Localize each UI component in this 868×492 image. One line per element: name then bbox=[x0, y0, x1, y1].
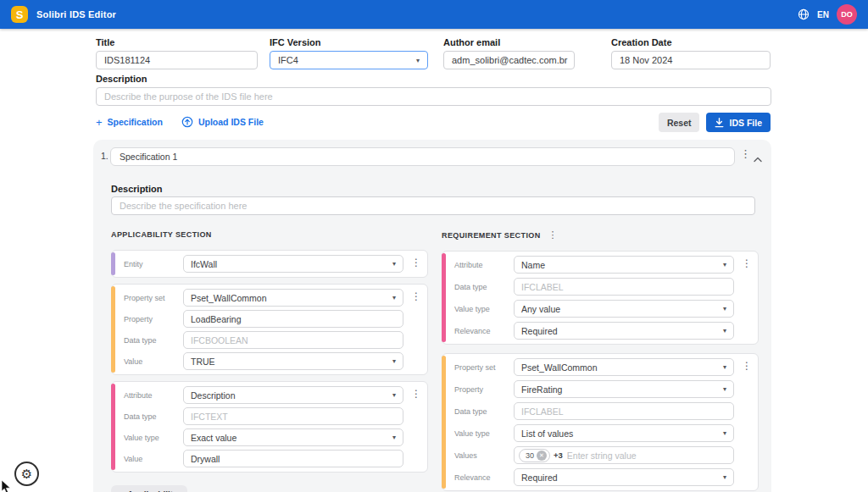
requirement-block-1: ⋮AttributeName▾Data typeIFCLABELValue ty… bbox=[442, 251, 759, 345]
solibri-logo: S bbox=[11, 6, 28, 23]
data-type-input[interactable]: IFCLABEL bbox=[514, 402, 734, 420]
author-email-field-group: Author email adm_solibri@cadtec.com.br bbox=[443, 37, 575, 69]
applicability-row-property: PropertyLoadBearing bbox=[124, 310, 427, 328]
globe-icon[interactable] bbox=[798, 8, 810, 20]
specification-name-input[interactable]: Specification 1 bbox=[110, 147, 735, 166]
relevance-select[interactable]: Required▾ bbox=[514, 468, 734, 486]
data-type-input[interactable]: IFCTEXT bbox=[183, 407, 403, 425]
applicability-block-2: ⋮Property setPset_WallCommon▾PropertyLoa… bbox=[111, 284, 428, 375]
ids-file-button[interactable]: IDS File bbox=[706, 113, 771, 132]
title-input[interactable]: IDS181124 bbox=[96, 51, 258, 69]
attribute-select[interactable]: Name▾ bbox=[514, 256, 734, 274]
requirement-row-value-type: Value typeAny value▾ bbox=[454, 300, 758, 318]
chevron-down-icon: ▾ bbox=[723, 327, 726, 334]
property-input[interactable]: LoadBearing bbox=[183, 310, 403, 328]
property-set-select[interactable]: Pset_WallCommon▾ bbox=[514, 358, 734, 376]
kebab-menu-icon[interactable]: ⋮ bbox=[742, 258, 752, 268]
values-chips-input[interactable]: 30✕+3Enter string value bbox=[514, 446, 734, 464]
ifc-version-select[interactable]: IFC4 ▾ bbox=[270, 51, 428, 69]
field-label: Value type bbox=[454, 305, 514, 313]
field-label: Relevance bbox=[454, 327, 514, 335]
applicability-row-data-type: Data typeIFCBOOLEAN bbox=[124, 331, 427, 349]
accent-bar bbox=[111, 286, 115, 373]
reset-label: Reset bbox=[667, 118, 692, 128]
reset-button[interactable]: Reset bbox=[659, 113, 700, 132]
creation-date-input[interactable]: 18 Nov 2024 bbox=[611, 51, 771, 69]
applicability-row-value-type: Value typeExact value▾ bbox=[124, 428, 427, 446]
applicability-block-1: ⋮EntityIfcWall▾ bbox=[111, 250, 428, 278]
specification-menu-icon[interactable]: ⋮ bbox=[740, 147, 751, 160]
specification-name-value: Specification 1 bbox=[120, 152, 177, 162]
requirement-row-relevance: RelevanceRequired▾ bbox=[454, 468, 758, 486]
field-label: Value type bbox=[124, 434, 183, 442]
settings-fab[interactable]: ⚙ bbox=[14, 462, 39, 486]
requirement-row-values: Values30✕+3Enter string value bbox=[454, 446, 758, 464]
attribute-select[interactable]: Description▾ bbox=[183, 386, 403, 404]
select-value: List of values bbox=[521, 428, 573, 439]
field-label: Value type bbox=[454, 429, 514, 438]
language-selector[interactable]: EN bbox=[817, 10, 829, 19]
input-value: LoadBearing bbox=[191, 314, 242, 324]
kebab-menu-icon[interactable]: ⋮ bbox=[411, 389, 421, 399]
value-type-select[interactable]: Exact value▾ bbox=[183, 428, 403, 446]
user-avatar[interactable]: DO bbox=[837, 4, 857, 25]
author-email-label: Author email bbox=[443, 37, 575, 47]
relevance-select[interactable]: Required▾ bbox=[514, 322, 734, 340]
avatar-initials: DO bbox=[841, 10, 853, 19]
data-type-input[interactable]: IFCLABEL bbox=[514, 278, 734, 296]
value-type-select[interactable]: Any value▾ bbox=[514, 300, 734, 318]
field-label: Property bbox=[454, 385, 514, 394]
select-value: Pset_WallCommon bbox=[191, 293, 266, 303]
creation-date-label: Creation Date bbox=[611, 37, 771, 47]
spec-description-label: Description bbox=[111, 184, 163, 194]
chevron-down-icon: ▾ bbox=[723, 305, 726, 312]
remove-chip-icon[interactable]: ✕ bbox=[537, 451, 547, 461]
chevron-down-icon: ▾ bbox=[392, 434, 396, 441]
value-input[interactable]: Drywall bbox=[183, 450, 403, 467]
accent-bar bbox=[111, 384, 115, 470]
field-label: Property set bbox=[124, 294, 183, 302]
property-select[interactable]: FireRating▾ bbox=[514, 380, 734, 398]
requirement-row-value-type: Value typeList of values▾ bbox=[454, 424, 758, 442]
add-specification-link[interactable]: + Specification bbox=[96, 117, 163, 128]
chevron-down-icon: ▾ bbox=[392, 260, 396, 268]
chevron-down-icon: ▾ bbox=[723, 261, 726, 268]
ifc-version-field-group: IFC Version IFC4 ▾ bbox=[270, 37, 428, 69]
kebab-menu-icon[interactable]: ⋮ bbox=[411, 257, 421, 268]
select-value: Required bbox=[521, 326, 558, 336]
upload-ids-file-link[interactable]: Upload IDS File bbox=[181, 116, 264, 128]
title-label: Title bbox=[96, 37, 258, 47]
input-value: Drywall bbox=[191, 454, 220, 464]
requirement-row-data-type: Data typeIFCLABEL bbox=[454, 402, 758, 420]
value-type-select[interactable]: List of values▾ bbox=[514, 424, 734, 442]
requirement-section-menu-icon[interactable]: ⋮ bbox=[548, 230, 558, 240]
value-chip[interactable]: 30✕ bbox=[519, 449, 550, 462]
plus-icon: + bbox=[96, 117, 103, 128]
top-app-bar: S Solibri IDS Editor EN DO bbox=[0, 0, 868, 29]
applicability-section: APPLICABILITY SECTION ⋮EntityIfcWall▾⋮Pr… bbox=[111, 230, 428, 492]
requirement-row-attribute: AttributeName▾ bbox=[454, 256, 758, 274]
creation-date-field-group: Creation Date 18 Nov 2024 bbox=[611, 37, 771, 69]
data-type-input[interactable]: IFCBOOLEAN bbox=[183, 331, 403, 349]
property-set-select[interactable]: Pset_WallCommon▾ bbox=[183, 289, 403, 307]
field-label: Data type bbox=[454, 407, 514, 416]
spec-description-input[interactable]: Describe the specification here bbox=[111, 196, 755, 215]
entity-select[interactable]: IfcWall▾ bbox=[183, 255, 403, 273]
select-value: Required bbox=[521, 473, 558, 483]
add-applicability-button[interactable]: + Applicability bbox=[111, 485, 187, 492]
ifc-version-value: IFC4 bbox=[278, 55, 298, 65]
overflow-count-badge: +3 bbox=[554, 451, 563, 460]
chevron-down-icon: ▾ bbox=[723, 473, 726, 481]
chevron-down-icon: ▾ bbox=[723, 429, 726, 437]
requirement-section-title: REQUIREMENT SECTION bbox=[442, 231, 541, 240]
applicability-row-entity: EntityIfcWall▾ bbox=[124, 255, 427, 273]
author-email-input[interactable]: adm_solibri@cadtec.com.br bbox=[443, 51, 575, 69]
chevron-up-icon[interactable] bbox=[754, 151, 762, 166]
ids-description-input[interactable]: Describe the purpose of the IDS file her… bbox=[96, 87, 771, 106]
field-label: Property set bbox=[454, 363, 514, 372]
ids-description-label: Description bbox=[96, 74, 771, 84]
kebab-menu-icon[interactable]: ⋮ bbox=[742, 361, 752, 371]
kebab-menu-icon[interactable]: ⋮ bbox=[411, 291, 421, 301]
chevron-down-icon: ▾ bbox=[416, 57, 420, 64]
value-select[interactable]: TRUE▾ bbox=[183, 352, 403, 370]
